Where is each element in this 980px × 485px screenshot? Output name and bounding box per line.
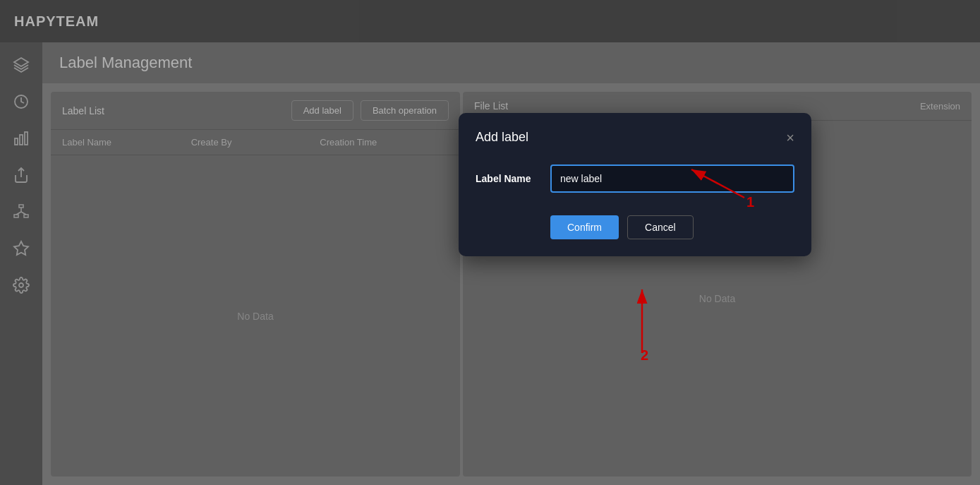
dialog-close-button[interactable]: × — [786, 131, 794, 145]
add-label-dialog: Add label × Label Name Confirm Cancel — [459, 113, 811, 256]
cancel-button[interactable]: Cancel — [627, 215, 694, 239]
dialog-body: Label Name — [476, 164, 794, 193]
dialog-header: Add label × — [476, 130, 794, 145]
confirm-button[interactable]: Confirm — [550, 215, 619, 239]
dialog-overlay: Add label × Label Name Confirm Cancel — [0, 0, 980, 485]
label-name-input[interactable] — [550, 164, 794, 193]
dialog-title: Add label — [476, 130, 528, 145]
dialog-footer: Confirm Cancel — [476, 215, 794, 239]
label-name-label: Label Name — [476, 173, 539, 184]
